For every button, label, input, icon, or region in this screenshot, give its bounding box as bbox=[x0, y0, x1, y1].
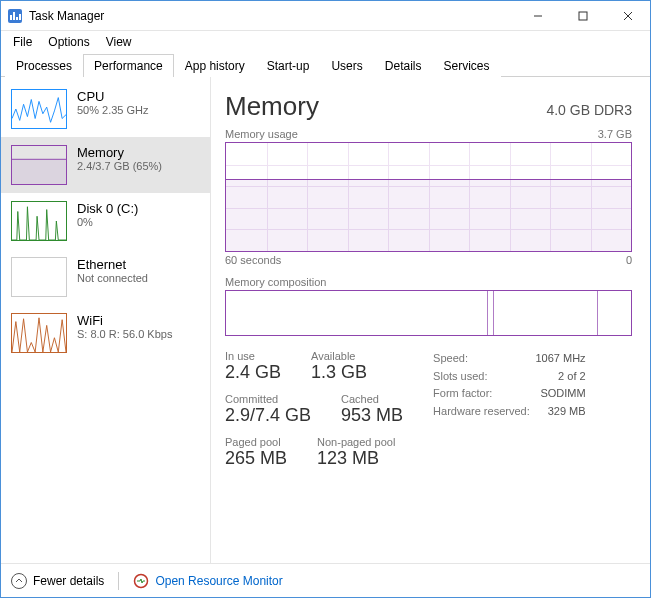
stat-cached: Cached 953 MB bbox=[341, 393, 403, 426]
stat-nonpaged: Non-paged pool 123 MB bbox=[317, 436, 395, 469]
menu-options[interactable]: Options bbox=[40, 33, 97, 51]
stats-left: In use 2.4 GB Available 1.3 GB Committed… bbox=[225, 350, 403, 469]
usage-time-axis: 60 seconds 0 bbox=[225, 254, 632, 266]
titlebar[interactable]: Task Manager bbox=[1, 1, 650, 31]
memory-composition-chart[interactable] bbox=[225, 290, 632, 336]
svg-rect-2 bbox=[13, 12, 15, 20]
footer-divider bbox=[118, 572, 119, 590]
time-left: 60 seconds bbox=[225, 254, 281, 266]
svg-rect-6 bbox=[579, 12, 587, 20]
stat-paged: Paged pool 265 MB bbox=[225, 436, 287, 469]
wifi-thumb bbox=[11, 313, 67, 353]
resmon-icon bbox=[133, 573, 149, 589]
stat-in-use: In use 2.4 GB bbox=[225, 350, 281, 383]
performance-sidebar: CPU 50% 2.35 GHz Memory 2.4/3.7 GB (65%) bbox=[1, 77, 211, 563]
chevron-up-icon bbox=[11, 573, 27, 589]
usage-line bbox=[226, 179, 631, 251]
sidebar-item-label: Memory bbox=[77, 145, 162, 160]
cpu-thumb bbox=[11, 89, 67, 129]
sidebar-item-label: WiFi bbox=[77, 313, 172, 328]
memory-usage-chart[interactable] bbox=[225, 142, 632, 252]
tab-startup[interactable]: Start-up bbox=[256, 54, 321, 77]
sidebar-item-label: CPU bbox=[77, 89, 149, 104]
disk-thumb bbox=[11, 201, 67, 241]
sidebar-item-label: Disk 0 (C:) bbox=[77, 201, 138, 216]
svg-rect-1 bbox=[10, 15, 12, 20]
menubar: File Options View bbox=[1, 31, 650, 53]
menu-file[interactable]: File bbox=[5, 33, 40, 51]
comp-free bbox=[598, 291, 631, 335]
stat-speed: Speed:1067 MHz bbox=[433, 350, 586, 368]
comp-inuse bbox=[226, 291, 488, 335]
sidebar-item-disk[interactable]: Disk 0 (C:) 0% bbox=[1, 193, 210, 249]
sidebar-item-cpu[interactable]: CPU 50% 2.35 GHz bbox=[1, 81, 210, 137]
tab-users[interactable]: Users bbox=[320, 54, 373, 77]
tab-processes[interactable]: Processes bbox=[5, 54, 83, 77]
stat-slots: Slots used:2 of 2 bbox=[433, 368, 586, 386]
stat-available: Available 1.3 GB bbox=[311, 350, 367, 383]
sidebar-item-label: Ethernet bbox=[77, 257, 148, 272]
comp-standby bbox=[494, 291, 598, 335]
sidebar-item-sub: S: 8.0 R: 56.0 Kbps bbox=[77, 328, 172, 340]
sidebar-item-sub: Not connected bbox=[77, 272, 148, 284]
usage-chart-labels: Memory usage 3.7 GB bbox=[225, 128, 632, 140]
maximize-button[interactable] bbox=[560, 1, 605, 31]
sidebar-item-ethernet[interactable]: Ethernet Not connected bbox=[1, 249, 210, 305]
usage-max: 3.7 GB bbox=[598, 128, 632, 140]
main-panel: Memory 4.0 GB DDR3 Memory usage 3.7 GB 6… bbox=[211, 77, 650, 563]
close-button[interactable] bbox=[605, 1, 650, 31]
main-header: Memory 4.0 GB DDR3 bbox=[225, 91, 632, 122]
task-manager-window: Task Manager File Options View Processes… bbox=[0, 0, 651, 598]
svg-rect-4 bbox=[19, 14, 21, 20]
open-resource-monitor-link[interactable]: Open Resource Monitor bbox=[133, 573, 282, 589]
memory-thumb bbox=[11, 145, 67, 185]
tab-app-history[interactable]: App history bbox=[174, 54, 256, 77]
composition-label: Memory composition bbox=[225, 276, 632, 288]
minimize-button[interactable] bbox=[515, 1, 560, 31]
usage-label: Memory usage bbox=[225, 128, 298, 140]
menu-view[interactable]: View bbox=[98, 33, 140, 51]
sidebar-item-sub: 50% 2.35 GHz bbox=[77, 104, 149, 116]
fewer-details-label: Fewer details bbox=[33, 574, 104, 588]
stat-reserved: Hardware reserved:329 MB bbox=[433, 403, 586, 421]
window-title: Task Manager bbox=[29, 9, 104, 23]
stat-committed: Committed 2.9/7.4 GB bbox=[225, 393, 311, 426]
svg-rect-9 bbox=[12, 159, 66, 184]
stats-area: In use 2.4 GB Available 1.3 GB Committed… bbox=[225, 350, 632, 469]
content-area: CPU 50% 2.35 GHz Memory 2.4/3.7 GB (65%) bbox=[1, 77, 650, 563]
tab-details[interactable]: Details bbox=[374, 54, 433, 77]
sidebar-item-memory[interactable]: Memory 2.4/3.7 GB (65%) bbox=[1, 137, 210, 193]
time-right: 0 bbox=[626, 254, 632, 266]
sidebar-item-wifi[interactable]: WiFi S: 8.0 R: 56.0 Kbps bbox=[1, 305, 210, 361]
footer: Fewer details Open Resource Monitor bbox=[1, 563, 650, 597]
stat-form: Form factor:SODIMM bbox=[433, 385, 586, 403]
stats-right: Speed:1067 MHz Slots used:2 of 2 Form fa… bbox=[433, 350, 586, 469]
page-title: Memory bbox=[225, 91, 319, 122]
resmon-label: Open Resource Monitor bbox=[155, 574, 282, 588]
ethernet-thumb bbox=[11, 257, 67, 297]
sidebar-item-sub: 0% bbox=[77, 216, 138, 228]
capacity-label: 4.0 GB DDR3 bbox=[546, 102, 632, 118]
tab-strip: Processes Performance App history Start-… bbox=[1, 53, 650, 77]
tab-services[interactable]: Services bbox=[432, 54, 500, 77]
tab-performance[interactable]: Performance bbox=[83, 54, 174, 77]
svg-rect-3 bbox=[16, 17, 18, 20]
app-icon bbox=[7, 8, 23, 24]
fewer-details-button[interactable]: Fewer details bbox=[11, 573, 104, 589]
sidebar-item-sub: 2.4/3.7 GB (65%) bbox=[77, 160, 162, 172]
